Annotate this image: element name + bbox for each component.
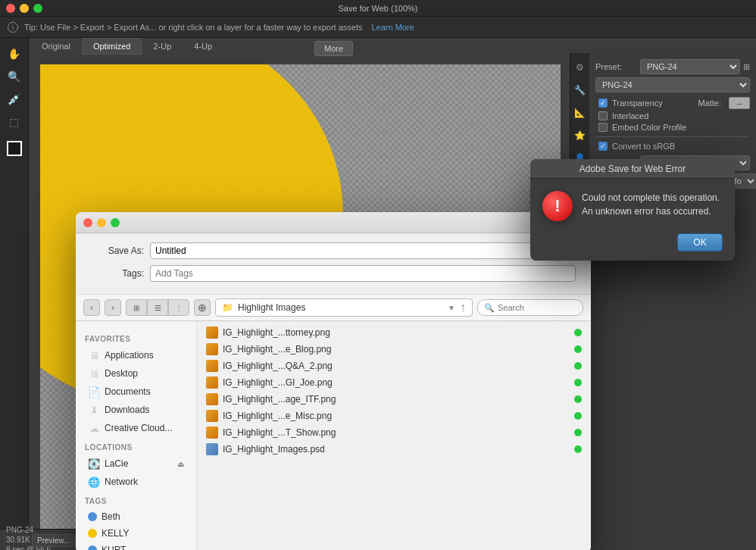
file-icon-6 xyxy=(206,427,218,439)
save-dialog-close[interactable] xyxy=(83,218,92,227)
sidebar-lacie-label: LaCie xyxy=(105,458,128,469)
preset-menu-icon[interactable]: ⊞ xyxy=(743,62,750,72)
sidebar-tag-kelly[interactable]: KELLY xyxy=(79,525,193,542)
rt-icon-3[interactable]: 📐 xyxy=(570,103,590,123)
left-toolbar: ✋ 🔍 💉 ⬚ xyxy=(0,38,29,550)
ok-button[interactable]: OK xyxy=(677,233,723,252)
eyedropper-tool[interactable]: 💉 xyxy=(5,89,24,109)
preview-button[interactable]: Preview... xyxy=(32,534,75,547)
documents-icon: 📄 xyxy=(88,386,100,398)
convert-srgb-checkbox[interactable] xyxy=(598,142,608,151)
embed-profile-checkbox[interactable] xyxy=(598,123,608,132)
interlaced-checkbox[interactable] xyxy=(598,111,608,120)
zoom-tool[interactable]: 🔍 xyxy=(5,67,24,86)
sidebar-item-downloads[interactable]: ⬇ Downloads xyxy=(79,401,193,419)
list-item[interactable]: IG_Highlight_...e_Blog.png xyxy=(200,341,588,358)
sidebar-documents-label: Documents xyxy=(105,386,151,397)
list-item[interactable]: IG_Highlight_...age_ITF.png xyxy=(200,391,588,408)
list-item[interactable]: IG_Highlight_...ttorney.png xyxy=(200,324,588,341)
sidebar-applications-label: Applications xyxy=(105,350,154,361)
save-as-input[interactable] xyxy=(150,242,576,259)
list-item[interactable]: IG_Highlight_...Q&A_2.png xyxy=(200,358,588,374)
transparency-label: Transparency xyxy=(612,98,663,108)
save-dialog-maximize[interactable] xyxy=(111,218,120,227)
rt-icon-4[interactable]: ⭐ xyxy=(570,126,590,145)
window-title: Save for Web (100%) xyxy=(339,4,418,13)
error-warning-icon: ! xyxy=(542,191,573,221)
save-dialog-body: Favorites 🖥 Applications 🖥 Desktop 📄 Doc… xyxy=(76,321,591,550)
location-bar: 📁 Highlight Images ▼ ↑ xyxy=(215,298,473,317)
slice-select-tool[interactable]: ⬚ xyxy=(5,112,24,132)
rt-icon-2[interactable]: 🔧 xyxy=(570,80,590,100)
tags-label: Tags: xyxy=(91,268,144,279)
minimize-button[interactable] xyxy=(20,4,29,13)
transparency-row: Transparency Matte: -- xyxy=(595,97,750,109)
save-dialog-minimize[interactable] xyxy=(97,218,106,227)
close-button[interactable] xyxy=(6,4,15,13)
sidebar-item-lacie[interactable]: 💽 LaCie ⏏ xyxy=(79,455,193,473)
sidebar-tag-beth-label: Beth xyxy=(102,511,120,522)
matte-label: Matte: xyxy=(698,98,721,108)
more-button[interactable]: More xyxy=(314,41,353,56)
list-item[interactable]: IG_Highlight_...GI_Joe.png xyxy=(200,374,588,391)
file-name-0: IG_Highlight_...ttorney.png xyxy=(223,327,570,338)
preset-row: Preset: PNG-24 ⊞ xyxy=(595,59,750,74)
embed-profile-row: Embed Color Profile xyxy=(595,123,750,132)
applications-icon: 🖥 xyxy=(88,349,100,361)
sidebar-item-applications[interactable]: 🖥 Applications xyxy=(79,346,193,364)
save-dialog-header: Save As: Tags: xyxy=(76,233,591,294)
tab-optimized[interactable]: Optimized xyxy=(82,38,142,55)
sidebar-tag-kurt[interactable]: KURT xyxy=(79,542,193,550)
tab-4up[interactable]: 4-Up xyxy=(183,38,223,55)
tag-dot-kelly xyxy=(88,529,97,538)
tag-dot-kurt xyxy=(88,545,97,550)
desktop-icon: 🖥 xyxy=(88,367,100,380)
list-item[interactable]: IG_Highlight_...T_Show.png xyxy=(200,424,588,441)
sidebar-network-label: Network xyxy=(105,477,138,487)
matte-swatch[interactable]: -- xyxy=(729,97,750,109)
sidebar-tag-beth[interactable]: Beth xyxy=(79,508,193,525)
tab-2up[interactable]: 2-Up xyxy=(142,38,183,55)
back-button[interactable]: ‹ xyxy=(83,299,100,316)
sidebar-item-documents[interactable]: 📄 Documents xyxy=(79,383,193,401)
downloads-icon: ⬇ xyxy=(88,404,100,416)
search-input[interactable] xyxy=(498,303,566,312)
hand-tool[interactable]: ✋ xyxy=(5,44,24,64)
sidebar-item-desktop[interactable]: 🖥 Desktop xyxy=(79,364,193,383)
learn-more-button[interactable]: Learn More xyxy=(372,23,414,32)
title-bar: Save for Web (100%) xyxy=(0,0,756,17)
rt-icon-1[interactable]: ⚙ xyxy=(570,58,590,77)
preset-select[interactable]: PNG-24 xyxy=(640,59,740,74)
format-select[interactable]: PNG-24 xyxy=(595,77,750,92)
list-item[interactable]: IG_Highlight_...e_Misc.png xyxy=(200,408,588,424)
file-status-2 xyxy=(574,362,582,370)
column-view-button[interactable]: ⋮ xyxy=(168,299,189,316)
location-dropdown-icon[interactable]: ▼ xyxy=(448,304,455,312)
file-icon-4 xyxy=(206,393,218,405)
file-status-4 xyxy=(574,395,582,403)
file-icon-0 xyxy=(206,327,218,339)
forward-button[interactable]: › xyxy=(105,299,121,316)
tags-input[interactable] xyxy=(150,265,576,282)
error-icon-container: ! xyxy=(542,191,573,221)
foreground-color[interactable] xyxy=(7,141,22,156)
favorites-title: Favorites xyxy=(76,329,196,346)
maximize-button[interactable] xyxy=(33,4,42,13)
icon-view-button[interactable]: ⊞ xyxy=(126,299,147,316)
save-as-row: Save As: xyxy=(91,242,576,259)
new-folder-button[interactable]: ⊕ xyxy=(194,299,211,316)
sidebar-item-creative-cloud[interactable]: ☁ Creative Cloud... xyxy=(79,419,193,437)
file-status-1 xyxy=(574,345,582,353)
list-item[interactable]: IG_Highlight_Images.psd xyxy=(200,441,588,458)
file-name-4: IG_Highlight_...age_ITF.png xyxy=(223,394,570,405)
sidebar-desktop-label: Desktop xyxy=(105,368,138,379)
list-view-button[interactable]: ☰ xyxy=(147,299,168,316)
error-dialog-titlebar: Adobe Save for Web Error xyxy=(530,159,735,179)
location-up-icon[interactable]: ↑ xyxy=(460,301,466,314)
transparency-checkbox[interactable] xyxy=(598,98,608,108)
file-icon-7 xyxy=(206,443,218,455)
eject-icon[interactable]: ⏏ xyxy=(177,460,184,468)
sidebar-item-network[interactable]: 🌐 Network xyxy=(79,473,193,491)
tab-original[interactable]: Original xyxy=(30,38,82,55)
file-icon-3 xyxy=(206,377,218,389)
